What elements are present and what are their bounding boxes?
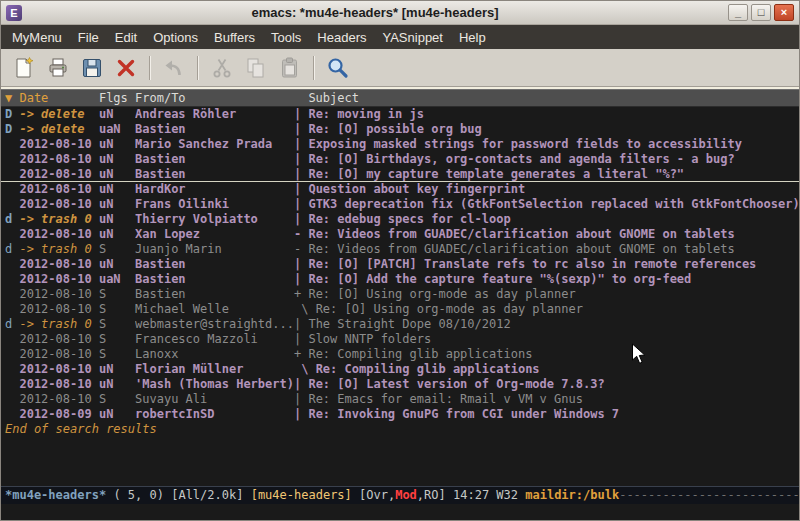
new-file-button[interactable] (8, 53, 40, 83)
message-row[interactable]: 2012-08-09 uN robertcInSD | Re: Invoking… (1, 407, 799, 422)
menu-item-help[interactable]: Help (451, 27, 494, 48)
mark-flag: D (5, 122, 19, 137)
message-flags: S (99, 347, 135, 362)
modeline-clock-week: 14:27 W32 (453, 488, 525, 502)
column-header-from[interactable]: From/To (135, 90, 294, 106)
message-subject: | Exposing masked strings for password f… (294, 137, 799, 152)
message-date: -> trash 0 (19, 212, 98, 227)
menu-item-options[interactable]: Options (145, 27, 206, 48)
mark-flag (5, 227, 19, 242)
toolbar-separator (313, 56, 315, 80)
menu-item-tools[interactable]: Tools (263, 27, 309, 48)
mark-flag (5, 407, 19, 422)
message-flags: S (99, 287, 135, 302)
message-date: 2012-08-10 (19, 137, 98, 152)
message-from: HardKor (135, 182, 294, 197)
message-row[interactable]: 2012-08-10 uN Frans Oilinki | GTK3 depre… (1, 197, 799, 212)
mode-line: *mu4e-headers* ( 5, 0) [All/2.0k] [mu4e-… (1, 486, 799, 504)
printer-icon (46, 56, 70, 80)
column-header-date[interactable]: ▼ Date (5, 90, 99, 106)
message-row[interactable]: 2012-08-10 S Lanoxx + Re: Compiling glib… (1, 347, 799, 362)
message-date: 2012-08-10 (19, 197, 98, 212)
message-row[interactable]: D -> delete uaN Bastien | Re: [O] possib… (1, 122, 799, 137)
menu-item-headers[interactable]: Headers (309, 27, 374, 48)
minimize-button[interactable]: _ (728, 4, 748, 21)
toolbar-separator (197, 56, 199, 80)
message-date: 2012-08-10 (19, 272, 98, 287)
message-flags: uN (99, 407, 135, 422)
message-subject: | Question about key fingerprint (294, 182, 799, 197)
message-row[interactable]: 2012-08-10 uN Bastien | Re: [O] [PATCH] … (1, 257, 799, 272)
message-from: Thierry Volpiatto (135, 212, 294, 227)
message-row[interactable]: 2012-08-10 uaN Bastien | Re: [O] Add the… (1, 272, 799, 287)
message-from: Bastien (135, 287, 294, 302)
message-date: 2012-08-10 (19, 392, 98, 407)
message-row[interactable]: d -> trash 0 uN Thierry Volpiatto | Re: … (1, 212, 799, 227)
menu-item-edit[interactable]: Edit (107, 27, 145, 48)
mark-flag (5, 257, 19, 272)
menu-item-yasnippet[interactable]: YASnippet (374, 27, 450, 48)
close-icon (114, 56, 138, 80)
message-row[interactable]: D -> delete uN Andreas Röhler | Re: movi… (1, 107, 799, 122)
window-buttons: _□× (728, 4, 794, 21)
mu4e-headers-buffer: ▼ Date Flgs From/To Subject D -> delete … (1, 87, 799, 486)
echo-area[interactable] (1, 504, 799, 520)
mark-flag (5, 287, 19, 302)
message-from: Suvayu Ali (135, 392, 294, 407)
message-subject: | Re: [O] [PATCH] Translate refs to rc a… (294, 257, 799, 272)
modeline-position-size: ( 5, 0) [All/2.0k] (106, 488, 251, 502)
message-flags: S (99, 317, 135, 332)
message-date: 2012-08-10 (19, 257, 98, 272)
menu-item-buffers[interactable]: Buffers (206, 27, 263, 48)
message-row[interactable]: 2012-08-10 uN HardKor | Question about k… (1, 182, 799, 197)
message-from: Frans Oilinki (135, 197, 294, 212)
message-flags: uN (99, 137, 135, 152)
message-row[interactable]: 2012-08-10 S Michael Welle \ Re: [O] Usi… (1, 302, 799, 317)
message-row[interactable]: 2012-08-10 S Francesco Mazzoli | Slow NN… (1, 332, 799, 347)
maximize-button[interactable]: □ (751, 4, 771, 21)
message-row[interactable]: 2012-08-10 uN Bastien | Re: [O] my captu… (1, 167, 799, 182)
save-icon (80, 56, 104, 80)
message-subject: | Re: moving in js (294, 107, 799, 122)
print-button[interactable] (42, 53, 74, 83)
column-header-subject[interactable]: Subject (294, 90, 799, 106)
message-row[interactable]: d -> trash 0 S Juanjo Marin - Re: Videos… (1, 242, 799, 257)
mark-flag: D (5, 107, 19, 122)
close-button[interactable]: × (774, 4, 794, 21)
save-button[interactable] (76, 53, 108, 83)
close-buffer-button[interactable] (110, 53, 142, 83)
message-row[interactable]: 2012-08-10 uN 'Mash (Thomas Herbert) | R… (1, 377, 799, 392)
message-flags: S (99, 332, 135, 347)
message-date: 2012-08-10 (19, 152, 98, 167)
title-bar: E emacs: *mu4e-headers* [mu4e-headers] _… (1, 1, 799, 25)
message-row[interactable]: 2012-08-10 uN Mario Sanchez Prada | Expo… (1, 137, 799, 152)
message-row[interactable]: 2012-08-10 uN Florian Müllner \ Re: Comp… (1, 362, 799, 377)
message-date: -> trash 0 (19, 242, 98, 257)
mark-flag (5, 362, 19, 377)
message-from: Michael Welle (135, 302, 294, 317)
message-date: 2012-08-10 (19, 287, 98, 302)
cut-icon (210, 56, 234, 80)
message-row[interactable]: 2012-08-10 uN Xan Lopez - Re: Videos fro… (1, 227, 799, 242)
menu-item-mymenu[interactable]: MyMenu (4, 27, 70, 48)
message-subject: | GTK3 deprecation fix (GtkFontSelection… (294, 197, 799, 212)
message-subject: | Re: [O] possible org bug (294, 122, 799, 137)
message-flags: S (99, 302, 135, 317)
message-row[interactable]: 2012-08-10 uN Bastien | Re: [O] Birthday… (1, 152, 799, 167)
menu-item-file[interactable]: File (70, 27, 107, 48)
mark-flag: d (5, 242, 19, 257)
column-header-flags[interactable]: Flgs (99, 90, 135, 106)
message-row[interactable]: 2012-08-10 S Suvayu Ali | Re: Emacs for … (1, 392, 799, 407)
paste-button (274, 53, 306, 83)
message-subject: | Re: Emacs for email: Rmail v VM v Gnus (294, 392, 799, 407)
message-from: Florian Müllner (135, 362, 294, 377)
message-flags: uN (99, 107, 135, 122)
message-subject: + Re: Compiling glib applications (294, 347, 799, 362)
message-row[interactable]: 2012-08-10 S Bastien + Re: [O] Using org… (1, 287, 799, 302)
search-button[interactable] (322, 53, 354, 83)
search-icon (326, 56, 350, 80)
cut-button (206, 53, 238, 83)
message-row[interactable]: d -> trash 0 S webmaster@straightd... | … (1, 317, 799, 332)
modeline-flags-close: ,RO] (417, 488, 453, 502)
window-icon[interactable]: E (6, 5, 22, 21)
